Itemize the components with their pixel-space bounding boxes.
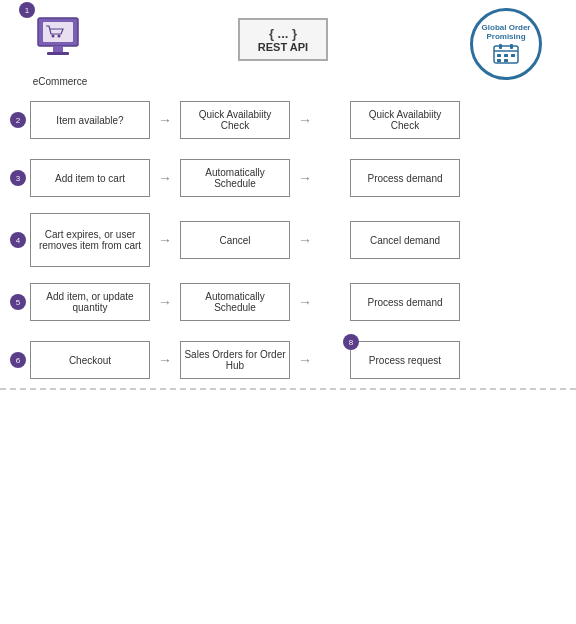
rest-api-label: REST API: [250, 41, 316, 53]
arrow-2a: →: [150, 112, 180, 128]
left-box-4: Cart expires, or user removes item from …: [30, 213, 150, 267]
left-box-5: Add item, or update quantity: [30, 283, 150, 321]
gop-line1: Global Order: [482, 23, 531, 32]
arrow-6a: →: [150, 352, 180, 368]
middle-box-4: Cancel: [180, 221, 290, 259]
ecommerce-label: eCommerce: [33, 76, 87, 87]
middle-box-5: Automatically Schedule: [180, 283, 290, 321]
svg-rect-13: [497, 59, 501, 62]
flow-row-2: 2 Item available? → Quick Availabiity Ch…: [10, 95, 566, 145]
diagram-area: 1 eCommerce: [0, 0, 576, 390]
ecommerce-icon-block: 1 eCommerce: [10, 8, 110, 87]
step-num-8: 8: [343, 334, 359, 350]
right-box-3: Process demand: [350, 159, 460, 197]
left-box-2: Item available?: [30, 101, 150, 139]
svg-rect-10: [497, 54, 501, 57]
rest-api-box: { ... } REST API: [238, 18, 328, 61]
arrow-4b: →: [290, 232, 320, 248]
arrow-5a: →: [150, 294, 180, 310]
middle-box-2: Quick Availabiity Check: [180, 101, 290, 139]
svg-rect-1: [53, 46, 63, 52]
right-box-5: Process demand: [350, 283, 460, 321]
flow-row-5: 5 Add item, or update quantity → Automat…: [10, 277, 566, 327]
flow-row-6: 6 Checkout → Sales Orders for Order Hub …: [10, 335, 566, 385]
svg-point-4: [51, 34, 54, 37]
right-box-4: Cancel demand: [350, 221, 460, 259]
flow-row-4: 4 Cart expires, or user removes item fro…: [10, 211, 566, 269]
arrow-4a: →: [150, 232, 180, 248]
svg-rect-14: [504, 59, 508, 62]
svg-rect-9: [510, 44, 513, 49]
gop-calendar-icon: [492, 43, 520, 65]
left-box-6: Checkout: [30, 341, 150, 379]
arrow-3a: →: [150, 170, 180, 186]
top-icons-row: 1 eCommerce: [0, 0, 576, 91]
svg-rect-11: [504, 54, 508, 57]
svg-rect-8: [499, 44, 502, 49]
middle-box-6: Sales Orders for Order Hub: [180, 341, 290, 379]
step-num-6: 6: [10, 352, 26, 368]
flow-row-3: 3 Add item to cart → Automatically Sched…: [10, 153, 566, 203]
right-label-6: Process request: [369, 355, 441, 366]
arrow-3b: →: [290, 170, 320, 186]
svg-rect-3: [43, 22, 73, 42]
right-box-2: Quick Availabiity Check: [350, 101, 460, 139]
gop-line2: Promising: [486, 32, 525, 41]
svg-rect-2: [47, 52, 69, 55]
svg-point-5: [57, 34, 60, 37]
arrow-2b: →: [290, 112, 320, 128]
ecommerce-graphic: [25, 8, 95, 73]
svg-rect-12: [511, 54, 515, 57]
gop-icon-block: Global Order Promising: [456, 8, 556, 80]
rest-api-curly: { ... }: [250, 26, 316, 41]
rest-api-block: { ... } REST API: [233, 18, 333, 61]
ecommerce-svg: [33, 16, 88, 66]
middle-box-3: Automatically Schedule: [180, 159, 290, 197]
step-num-5: 5: [10, 294, 26, 310]
arrow-6b: →: [290, 352, 320, 368]
right-box-6: 8 Process request: [350, 341, 460, 379]
step-num-4: 4: [10, 232, 26, 248]
ecommerce-badge: 1: [19, 2, 35, 18]
gop-circle: Global Order Promising: [470, 8, 542, 80]
step-num-2: 2: [10, 112, 26, 128]
left-box-3: Add item to cart: [30, 159, 150, 197]
flow-grid: 2 Item available? → Quick Availabiity Ch…: [0, 95, 576, 393]
bottom-area: 🛒 ☰ ◆ ⚙ Order Management 7: [0, 390, 576, 624]
arrow-5b: →: [290, 294, 320, 310]
step-num-3: 3: [10, 170, 26, 186]
